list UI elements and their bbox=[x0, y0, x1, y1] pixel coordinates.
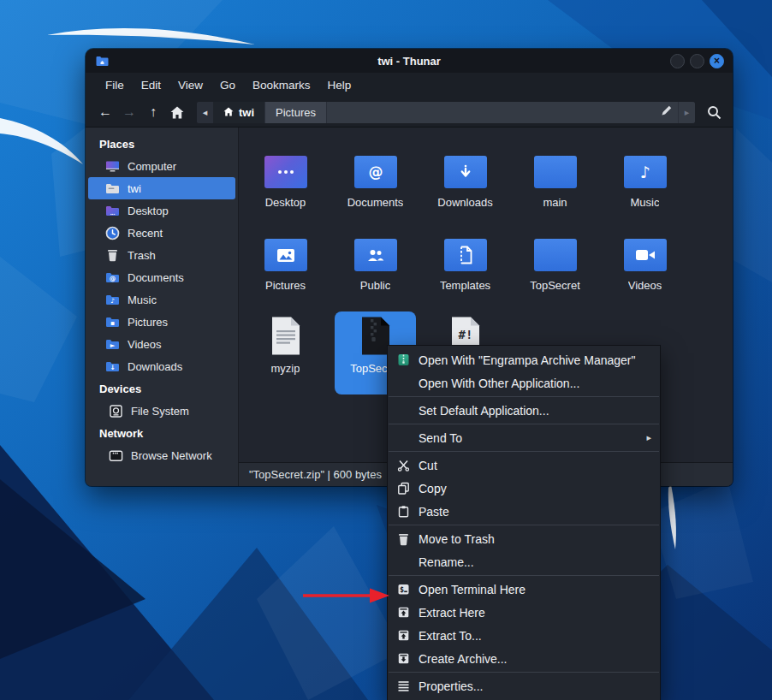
menu-item-extract-here[interactable]: Extract Here bbox=[388, 601, 660, 624]
menu-item-label: Cut bbox=[419, 459, 651, 472]
path-crumb-twi[interactable]: twi bbox=[213, 102, 265, 123]
file-item-desktop[interactable]: Desktop bbox=[245, 145, 326, 228]
file-item-music[interactable]: ♪Music bbox=[604, 145, 686, 228]
menu-item-copy[interactable]: Copy bbox=[388, 477, 660, 500]
sidebar-item-pictures[interactable]: ▪Pictures bbox=[88, 311, 235, 333]
folder-icon bbox=[264, 230, 307, 275]
svg-text:#!: #! bbox=[458, 328, 472, 341]
sidebar-item-trash[interactable]: Trash bbox=[88, 244, 235, 266]
folder-icon bbox=[264, 147, 307, 192]
file-item-documents[interactable]: @Documents bbox=[335, 145, 416, 228]
menu-item-label: Paste bbox=[419, 505, 651, 519]
file-item-videos[interactable]: Videos bbox=[604, 228, 686, 311]
sidebar-item-desktop[interactable]: ...Desktop bbox=[88, 199, 235, 222]
menubar-item-bookmarks[interactable]: Bookmarks bbox=[244, 75, 319, 95]
menu-item-open-with-engrampa-archive-manager[interactable]: Open With "Engrampa Archive Manager" bbox=[388, 348, 660, 371]
home-button[interactable] bbox=[166, 102, 188, 122]
people-emblem-icon bbox=[365, 248, 386, 263]
path-crumb-label: twi bbox=[239, 106, 254, 119]
sidebar-item-label: Videos bbox=[128, 338, 162, 351]
path-scroll-left-button[interactable]: ◂ bbox=[197, 102, 213, 123]
folder-glyph bbox=[534, 156, 577, 188]
sidebar-item-label: Pictures bbox=[128, 316, 168, 329]
path-scroll-right-button[interactable]: ▸ bbox=[678, 102, 695, 123]
sidebar-item-documents[interactable]: @Documents bbox=[88, 266, 235, 288]
svg-text:↓: ↓ bbox=[110, 364, 115, 371]
menu-item-create-archive[interactable]: Create Archive... bbox=[388, 647, 660, 670]
path-edit-button[interactable] bbox=[656, 102, 678, 123]
file-item-label: Downloads bbox=[437, 196, 492, 209]
menu-item-properties[interactable]: Properties... bbox=[388, 674, 660, 697]
menu-item-set-default-application[interactable]: Set Default Application... bbox=[388, 399, 660, 422]
submenu-arrow-icon: ▸ bbox=[646, 432, 651, 443]
sidebar-item-file-system[interactable]: File System bbox=[88, 400, 235, 422]
file-item-templates[interactable]: Templates bbox=[425, 228, 506, 311]
file-item-label: Documents bbox=[347, 196, 404, 209]
menubar-item-file[interactable]: File bbox=[97, 75, 133, 95]
sidebar-item-label: Computer bbox=[128, 160, 176, 173]
video-emblem-icon bbox=[635, 248, 656, 262]
sidebar-item-videos[interactable]: ►Videos bbox=[88, 333, 235, 355]
thunar-app-icon bbox=[96, 56, 109, 67]
file-item-downloads[interactable]: Downloads bbox=[425, 145, 506, 228]
home-icon bbox=[223, 106, 234, 119]
menu-item-label: Extract Here bbox=[419, 606, 651, 620]
folder-icon bbox=[534, 230, 577, 275]
menubar-item-help[interactable]: Help bbox=[319, 75, 360, 95]
menu-item-label: Copy bbox=[419, 482, 651, 495]
file-item-label: main bbox=[543, 196, 567, 209]
folder-icon: ♪ bbox=[624, 147, 667, 192]
menu-item-move-to-trash[interactable]: Move to Trash bbox=[388, 527, 660, 550]
sidebar-item-browse-network[interactable]: Browse Network bbox=[88, 444, 235, 466]
folder-documents-icon: @ bbox=[105, 271, 120, 284]
sidebar-item-music[interactable]: ♪Music bbox=[88, 288, 235, 311]
menu-item-label: Properties... bbox=[419, 679, 651, 693]
file-item-topsecret[interactable]: TopSecret bbox=[514, 228, 596, 311]
file-item-main[interactable]: main bbox=[514, 145, 596, 228]
menu-separator bbox=[389, 575, 659, 576]
folder-glyph bbox=[534, 239, 577, 271]
menu-item-open-terminal-here[interactable]: $Open Terminal Here bbox=[388, 578, 660, 601]
up-button[interactable]: ↑ bbox=[142, 102, 164, 122]
maximize-button[interactable] bbox=[690, 54, 704, 68]
file-item-pictures[interactable]: Pictures bbox=[245, 228, 326, 311]
folder-glyph bbox=[444, 156, 487, 188]
path-crumb-pictures[interactable]: Pictures bbox=[265, 102, 327, 123]
menubar-item-go[interactable]: Go bbox=[211, 75, 244, 95]
menu-item-cut[interactable]: Cut bbox=[388, 454, 660, 477]
folder-icon: @ bbox=[354, 147, 397, 192]
menu-item-label: Extract To... bbox=[419, 629, 651, 643]
sidebar-item-computer[interactable]: Computer bbox=[88, 155, 235, 177]
computer-icon bbox=[105, 159, 120, 173]
titlebar[interactable]: twi - Thunar × bbox=[86, 49, 733, 73]
file-item-myzip[interactable]: myzip bbox=[245, 311, 326, 394]
sidebar-item-recent[interactable]: Recent bbox=[88, 222, 235, 244]
drive-icon bbox=[109, 404, 123, 418]
sidebar-item-downloads[interactable]: ↓Downloads bbox=[88, 355, 235, 377]
sidebar-item-twi[interactable]: twi bbox=[88, 177, 235, 199]
menu-separator bbox=[389, 424, 659, 424]
search-button[interactable] bbox=[702, 101, 726, 123]
menubar-item-view[interactable]: View bbox=[169, 75, 211, 95]
folder-pictures-icon: ▪ bbox=[105, 316, 120, 329]
menu-item-paste[interactable]: Paste bbox=[388, 500, 660, 523]
menu-item-send-to[interactable]: Send To▸ bbox=[388, 426, 660, 449]
archive-add-icon bbox=[396, 652, 410, 665]
scissors-icon bbox=[396, 459, 410, 472]
minimize-button[interactable] bbox=[670, 54, 685, 68]
path-input-area[interactable] bbox=[327, 102, 656, 123]
back-button[interactable]: ← bbox=[94, 102, 116, 122]
close-button[interactable]: × bbox=[710, 54, 724, 68]
menubar: FileEditViewGoBookmarksHelp bbox=[86, 73, 733, 98]
menu-item-rename[interactable]: Rename... bbox=[388, 550, 660, 573]
menu-item-label: Open Terminal Here bbox=[419, 583, 651, 596]
menubar-item-edit[interactable]: Edit bbox=[133, 75, 169, 95]
file-item-public[interactable]: Public bbox=[335, 228, 416, 311]
menu-item-open-with-other-application[interactable]: Open With Other Application... bbox=[388, 371, 660, 394]
menu-separator bbox=[389, 525, 659, 525]
menu-item-label: Open With "Engrampa Archive Manager" bbox=[419, 353, 651, 367]
paperclip-emblem-icon: @ bbox=[366, 163, 385, 181]
forward-button[interactable]: → bbox=[118, 102, 140, 122]
template-emblem-icon bbox=[458, 246, 473, 264]
menu-item-extract-to[interactable]: Extract To... bbox=[388, 624, 660, 647]
